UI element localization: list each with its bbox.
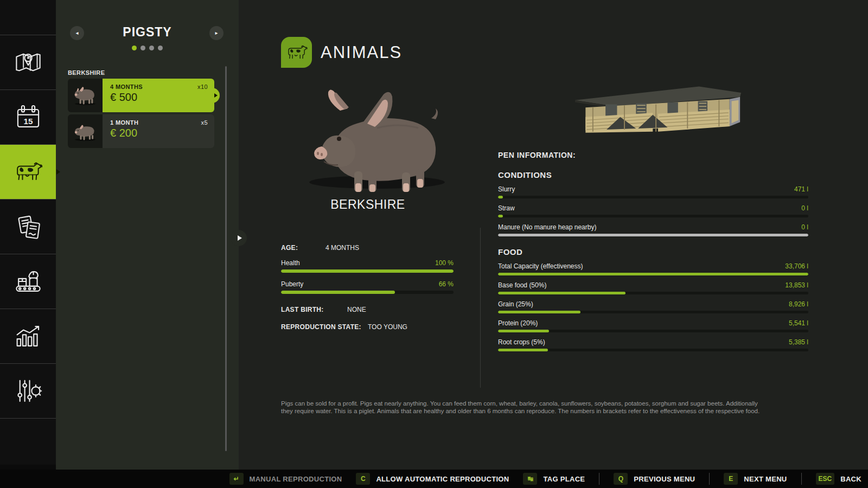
keybind-bar: ↵ MANUAL REPRODUCTION C ALLOW AUTOMATIC … <box>0 470 868 488</box>
pen-info: PEN INFORMATION: CONDITIONS Slurry 471 l… <box>498 81 808 351</box>
sidebar-item-contracts[interactable] <box>0 199 56 254</box>
keybind-tag-place[interactable]: ↹ TAG PLACE <box>523 473 585 485</box>
calendar-icon: 15 <box>13 102 43 132</box>
keybind-back[interactable]: ESC BACK <box>801 473 861 485</box>
food-label: Grain (25%) <box>498 300 533 308</box>
condition-row: Straw 0 l <box>498 204 808 217</box>
food-label: Base food (50%) <box>498 281 546 289</box>
keybind-next-menu[interactable]: E NEXT MENU <box>709 473 787 485</box>
page-title: ANIMALS <box>321 43 402 62</box>
sidebar-item-animals[interactable] <box>0 144 56 199</box>
food-value: 8,926 l <box>789 300 808 308</box>
page-dots <box>56 46 239 50</box>
settings-icon <box>13 376 43 406</box>
contracts-icon <box>13 211 43 242</box>
page-dot[interactable] <box>149 46 154 50</box>
animal-age: 1 MONTH <box>110 119 138 126</box>
stat-label: Health <box>281 259 300 267</box>
animal-info: AGE: 4 MONTHS Health 100 % Puberty 66 % … <box>281 244 454 334</box>
food-row: Base food (50%) 13,853 l <box>498 281 808 294</box>
conditions-title: CONDITIONS <box>498 170 808 179</box>
condition-label: Manure (No manure heap nearby) <box>498 223 596 231</box>
food-value: 5,385 l <box>789 338 808 346</box>
stat-value: 100 % <box>435 259 454 267</box>
food-label: Protein (20%) <box>498 319 538 327</box>
sidebar-item-calendar[interactable]: 15 <box>0 89 56 144</box>
food-row: Root crops (5%) 5,385 l <box>498 338 808 351</box>
animal-list-panel: ◂ PIGSTY ▸ BERKSHIRE <box>56 0 239 470</box>
page-dot[interactable] <box>141 46 145 50</box>
condition-value: 0 l <box>801 204 808 212</box>
production-icon <box>13 266 43 297</box>
animals-badge <box>281 37 312 68</box>
animal-count: x10 <box>197 84 208 90</box>
sidebar-item-production[interactable] <box>0 254 56 309</box>
page-dot-active[interactable] <box>132 46 137 50</box>
food-value: 33,706 l <box>785 262 808 270</box>
tab-key-icon: ↹ <box>523 473 537 485</box>
calendar-day: 15 <box>23 117 33 126</box>
keybind-allow-automatic-reproduction[interactable]: C ALLOW AUTOMATIC REPRODUCTION <box>356 473 509 485</box>
condition-row: Slurry 471 l <box>498 185 808 198</box>
progress-track <box>498 311 808 313</box>
progress-fill <box>498 234 808 236</box>
breed-group-label: BERKSHIRE <box>68 69 105 76</box>
stat-value: 66 % <box>439 280 454 288</box>
animal-list-item[interactable]: 4 MONTHS x10 € 500 <box>68 79 214 112</box>
sidebar-item-map[interactable] <box>0 35 56 89</box>
age-label: AGE: <box>281 244 298 252</box>
sidebar-item-settings[interactable] <box>0 363 56 418</box>
age-value: 4 MONTHS <box>326 244 359 252</box>
keybind-label: PREVIOUS MENU <box>634 475 695 483</box>
reproduction-label: REPRODUCTION STATE: <box>281 323 361 331</box>
keybind-previous-menu[interactable]: Q PREVIOUS MENU <box>599 473 695 485</box>
progress-track <box>498 215 808 217</box>
food-row: Protein (20%) 5,541 l <box>498 319 808 332</box>
progress-track <box>498 349 808 351</box>
food-value: 5,541 l <box>789 319 808 327</box>
food-label: Root crops (5%) <box>498 338 545 346</box>
stat-label: Puberty <box>281 280 303 288</box>
breed-title: BERKSHIRE <box>281 197 455 212</box>
page-dot[interactable] <box>158 46 163 50</box>
animal-thumbnail <box>68 114 103 148</box>
keybind-label: TAG PLACE <box>543 475 585 483</box>
panel-scrollbar[interactable] <box>225 66 227 451</box>
progress-fill <box>498 330 549 332</box>
keybind-manual-reproduction[interactable]: ↵ MANUAL REPRODUCTION <box>229 473 342 485</box>
animal-3d-preview <box>296 76 475 192</box>
e-key: E <box>724 473 738 485</box>
enter-key-icon: ↵ <box>229 473 244 485</box>
animals-main-view: ANIMALS BERKSHIRE <box>239 0 868 470</box>
statistics-icon <box>13 321 43 351</box>
keybind-label: BACK <box>840 475 861 483</box>
animal-thumbnail <box>68 79 103 112</box>
progress-fill <box>498 196 503 198</box>
condition-value: 0 l <box>801 223 808 231</box>
keybind-label: MANUAL REPRODUCTION <box>250 475 342 483</box>
next-page-button[interactable]: ▸ <box>209 26 224 40</box>
progress-track <box>498 292 808 294</box>
keybind-label: NEXT MENU <box>744 475 787 483</box>
animal-list-item[interactable]: 1 MONTH x5 € 200 <box>68 114 214 148</box>
sidebar-top-sliver <box>0 0 56 35</box>
selected-pointer-icon <box>214 93 218 98</box>
progress-fill <box>498 292 626 294</box>
animal-count: x5 <box>201 119 208 126</box>
pig-image <box>296 76 475 192</box>
selected-pointer-icon <box>56 169 60 175</box>
progress-track <box>498 234 808 236</box>
condition-label: Slurry <box>498 185 515 193</box>
condition-label: Straw <box>498 204 515 212</box>
sidebar-filler <box>0 418 56 465</box>
animal-price: € 200 <box>110 127 208 139</box>
food-value: 13,853 l <box>785 281 808 289</box>
animal-age: 4 MONTHS <box>110 84 143 90</box>
map-icon <box>13 47 43 78</box>
cow-icon <box>13 157 43 187</box>
animal-price: € 500 <box>110 91 208 104</box>
keybind-label: ALLOW AUTOMATIC REPRODUCTION <box>376 475 509 483</box>
progress-fill <box>498 273 808 275</box>
last-birth-value: NONE <box>347 306 366 313</box>
sidebar-item-statistics[interactable] <box>0 309 56 363</box>
